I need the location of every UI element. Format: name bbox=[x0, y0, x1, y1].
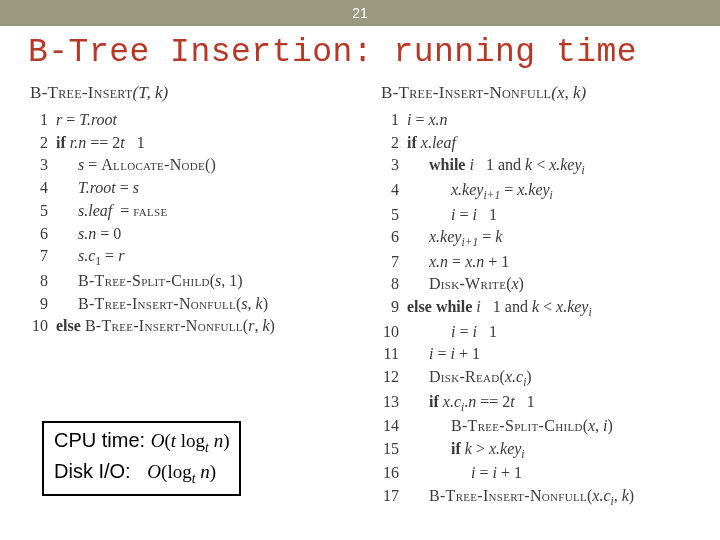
right-code-lines: i = x.nif x.leafwhile i 1 and k < x.keyi… bbox=[381, 109, 710, 510]
cpu-label: CPU time: bbox=[54, 429, 145, 451]
code-line: i = i + 1 bbox=[381, 343, 710, 366]
code-line: Disk-Write(x) bbox=[381, 273, 710, 296]
code-line: else while i 1 and k < x.keyi bbox=[381, 296, 710, 321]
slide-number: 21 bbox=[352, 5, 368, 21]
code-line: if r.n == 2t 1 bbox=[30, 132, 359, 155]
cpu-value: O(t logt n) bbox=[151, 430, 230, 451]
code-line: Disk-Read(x.ci) bbox=[381, 366, 710, 391]
code-line: if x.leaf bbox=[381, 132, 710, 155]
code-line: B-Tree-Split-Child(x, i) bbox=[381, 415, 710, 438]
slide-title: B-Tree Insertion: running time bbox=[0, 26, 720, 77]
code-line: s.c1 = r bbox=[30, 245, 359, 270]
complexity-box: CPU time: O(t logt n) Disk I/O: O(logt n… bbox=[42, 421, 241, 496]
disk-io-row: Disk I/O: O(logt n) bbox=[54, 458, 229, 488]
cpu-time-row: CPU time: O(t logt n) bbox=[54, 427, 229, 457]
code-line: i = i + 1 bbox=[381, 462, 710, 485]
right-fn-header: B-Tree-Insert-Nonfull(x, k) bbox=[381, 83, 710, 103]
code-line: B-Tree-Insert-Nonfull(s, k) bbox=[30, 293, 359, 316]
disk-label: Disk I/O: bbox=[54, 460, 131, 482]
code-line: if k > x.keyi bbox=[381, 438, 710, 463]
code-line: i = i 1 bbox=[381, 321, 710, 344]
code-line: i = i 1 bbox=[381, 204, 710, 227]
right-algorithm: B-Tree-Insert-Nonfull(x, k) i = x.nif x.… bbox=[381, 83, 710, 510]
code-line: s.n = 0 bbox=[30, 223, 359, 246]
disk-value: O(logt n) bbox=[147, 461, 216, 482]
code-line: B-Tree-Split-Child(s, 1) bbox=[30, 270, 359, 293]
code-line: x.keyi+1 = k bbox=[381, 226, 710, 251]
right-fn-args: (x, k) bbox=[551, 83, 586, 102]
left-fn-args: (T, k) bbox=[133, 83, 169, 102]
code-line: x.n = x.n + 1 bbox=[381, 251, 710, 274]
code-line: s = Allocate-Node() bbox=[30, 154, 359, 177]
code-line: i = x.n bbox=[381, 109, 710, 132]
code-line: B-Tree-Insert-Nonfull(x.ci, k) bbox=[381, 485, 710, 510]
code-line: s.leaf = false bbox=[30, 200, 359, 223]
code-line: else B-Tree-Insert-Nonfull(r, k) bbox=[30, 315, 359, 338]
right-fn-name: B-Tree-Insert-Nonfull bbox=[381, 83, 551, 102]
slide-number-bar: 21 bbox=[0, 0, 720, 26]
left-code-lines: r = T.rootif r.n == 2t 1s = Allocate-Nod… bbox=[30, 109, 359, 338]
left-fn-name: B-Tree-Insert bbox=[30, 83, 133, 102]
code-line: r = T.root bbox=[30, 109, 359, 132]
code-line: while i 1 and k < x.keyi bbox=[381, 154, 710, 179]
code-line: if x.ci.n == 2t 1 bbox=[381, 391, 710, 416]
left-fn-header: B-Tree-Insert(T, k) bbox=[30, 83, 359, 103]
code-line: x.keyi+1 = x.keyi bbox=[381, 179, 710, 204]
code-line: T.root = s bbox=[30, 177, 359, 200]
